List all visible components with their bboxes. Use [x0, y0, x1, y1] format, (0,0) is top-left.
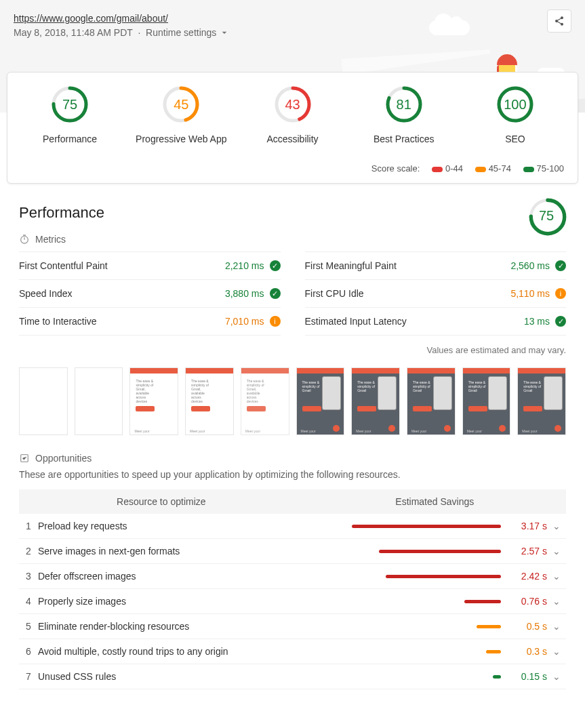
- metric-row: First Meaningful Paint 2,560 ms✓: [305, 251, 567, 280]
- metric-value: 3,880 ms✓: [225, 288, 281, 299]
- metric-value: 5,110 msi: [510, 288, 566, 299]
- filmstrip-frame: The ease &simplicity ofGmail,availableac…: [185, 367, 234, 435]
- opportunities-header-row: Resource to optimize Estimated Savings: [19, 489, 566, 514]
- metric-row: First CPU Idle 5,110 msi: [305, 280, 567, 308]
- opportunity-index: 2: [19, 546, 38, 557]
- section-title: Performance: [19, 204, 566, 222]
- opportunity-value: 0.3 s: [506, 646, 547, 657]
- check-icon: ✓: [555, 260, 566, 271]
- filmstrip-frame: The ease &simplicity ofGmailMeet your: [517, 367, 566, 435]
- filmstrip-frame: The ease &simplicity ofGmailMeet your: [462, 367, 511, 435]
- stopwatch-icon: [19, 234, 30, 245]
- opportunity-row[interactable]: 2 Serve images in next-gen formats 2.57 …: [19, 539, 566, 564]
- opportunity-value: 0.5 s: [506, 621, 547, 632]
- opportunity-row[interactable]: 7 Unused CSS rules 0.15 s ⌄: [19, 664, 566, 689]
- score-gauge-accessibility[interactable]: 43 Accessibility: [237, 85, 348, 144]
- metric-name: First Meaningful Paint: [305, 260, 397, 271]
- chevron-down-icon: ⌄: [547, 571, 566, 582]
- col-savings: Estimated Savings: [304, 496, 566, 507]
- opportunities-heading: Opportunities: [19, 453, 566, 464]
- metric-name: Estimated Input Latency: [305, 316, 407, 327]
- opportunity-index: 4: [19, 596, 38, 607]
- opportunity-name: Eliminate render-blocking resources: [38, 621, 323, 632]
- performance-section: Performance 75 Metrics First Contentful …: [0, 184, 585, 696]
- opportunity-row[interactable]: 5 Eliminate render-blocking resources 0.…: [19, 614, 566, 639]
- share-icon: [554, 16, 565, 26]
- metric-name: Speed Index: [19, 288, 73, 299]
- score-label: Performance: [14, 134, 125, 144]
- scale-pill-orange: [475, 167, 486, 172]
- scores-card: 75 Performance 45 Progressive Web App 43…: [7, 72, 578, 184]
- runtime-settings-label: Runtime settings: [146, 27, 216, 38]
- scale-pill-red: [432, 167, 443, 172]
- filmstrip-frame: The ease &simplicity ofGmailMeet your: [351, 367, 400, 435]
- performance-score-gauge: 75: [528, 197, 565, 234]
- opportunity-row[interactable]: 4 Properly size images 0.76 s ⌄: [19, 589, 566, 614]
- score-label: Accessibility: [237, 134, 348, 144]
- opportunity-bar: [323, 650, 506, 653]
- opportunity-value: 0.15 s: [506, 671, 547, 682]
- metric-value: 13 ms✓: [524, 316, 566, 327]
- runtime-settings-toggle[interactable]: Runtime settings: [146, 27, 230, 38]
- opportunity-index: 7: [19, 671, 38, 682]
- opportunity-index: 3: [19, 571, 38, 582]
- opportunity-value: 2.57 s: [506, 546, 547, 557]
- score-gauge-seo[interactable]: 100 SEO: [460, 85, 571, 144]
- opportunity-name: Preload key requests: [38, 521, 323, 531]
- metric-value: 7,010 msi: [225, 316, 281, 327]
- tested-url-link[interactable]: https://www.google.com/gmail/about/: [14, 13, 168, 24]
- opportunity-bar: [323, 525, 506, 528]
- metric-name: First Contentful Paint: [19, 260, 108, 271]
- opportunity-value: 2.42 s: [506, 571, 547, 582]
- score-label: Best Practices: [348, 134, 460, 144]
- opportunity-index: 6: [19, 646, 38, 657]
- chevron-down-icon: ⌄: [547, 596, 566, 607]
- opportunities-icon: [19, 453, 30, 464]
- filmstrip-frame: [19, 367, 68, 435]
- chevron-down-icon: ⌄: [547, 671, 566, 682]
- chevron-down-icon: ⌄: [547, 646, 566, 657]
- opportunity-bar: [323, 575, 506, 578]
- score-scale-legend: Score scale: 0-44 45-74 75-100: [14, 163, 571, 174]
- score-gauge-progressive-web-app[interactable]: 45 Progressive Web App: [125, 85, 237, 144]
- metric-name: First CPU Idle: [305, 288, 364, 299]
- opportunity-name: Defer offscreen images: [38, 571, 323, 582]
- score-label: SEO: [460, 134, 571, 144]
- opportunity-bar: [323, 675, 506, 679]
- filmstrip-frame: The ease &simplicity ofGmailMeet your: [296, 367, 345, 435]
- opportunity-index: 5: [19, 621, 38, 632]
- metrics-heading: Metrics: [19, 234, 566, 245]
- filmstrip: The ease &simplicity ofGmail,availableac…: [19, 367, 566, 435]
- chevron-down-icon: ⌄: [547, 546, 566, 557]
- metric-row: First Contentful Paint 2,210 ms✓: [19, 251, 281, 280]
- metric-value: 2,210 ms✓: [225, 260, 281, 271]
- share-button[interactable]: [547, 9, 571, 33]
- opportunities-description: These are opportunities to speed up your…: [19, 469, 566, 480]
- opportunity-row[interactable]: 3 Defer offscreen images 2.42 s ⌄: [19, 564, 566, 589]
- check-icon: ✓: [270, 260, 281, 271]
- opportunity-name: Unused CSS rules: [38, 671, 323, 682]
- opportunity-value: 0.76 s: [506, 596, 547, 607]
- header-meta: May 8, 2018, 11:48 AM PDT · Runtime sett…: [14, 27, 571, 38]
- filmstrip-frame: [75, 367, 123, 435]
- filmstrip-frame: The ease &simplicity ofGmail,availableac…: [129, 367, 178, 435]
- scale-label: Score scale:: [371, 163, 420, 174]
- opportunity-row[interactable]: 1 Preload key requests 3.17 s ⌄: [19, 514, 566, 539]
- score-gauge-best-practices[interactable]: 81 Best Practices: [348, 85, 460, 144]
- metric-value: 2,560 ms✓: [510, 260, 566, 271]
- chevron-down-icon: ⌄: [547, 521, 566, 531]
- cloud-icon: [429, 20, 470, 35]
- check-icon: ✓: [270, 288, 281, 299]
- opportunity-bar: [323, 550, 506, 553]
- opportunity-bar: [323, 600, 506, 603]
- opportunity-name: Serve images in next-gen formats: [38, 546, 323, 557]
- opportunity-row[interactable]: 6 Avoid multiple, costly round trips to …: [19, 639, 566, 664]
- info-icon: i: [555, 288, 566, 299]
- metric-row: Speed Index 3,880 ms✓: [19, 280, 281, 308]
- scale-pill-green: [523, 167, 534, 172]
- score-gauge-performance[interactable]: 75 Performance: [14, 85, 125, 144]
- opportunity-name: Avoid multiple, costly round trips to an…: [38, 646, 323, 657]
- opportunity-name: Properly size images: [38, 596, 323, 607]
- chevron-down-icon: ⌄: [547, 621, 566, 632]
- svg-point-12: [21, 236, 28, 243]
